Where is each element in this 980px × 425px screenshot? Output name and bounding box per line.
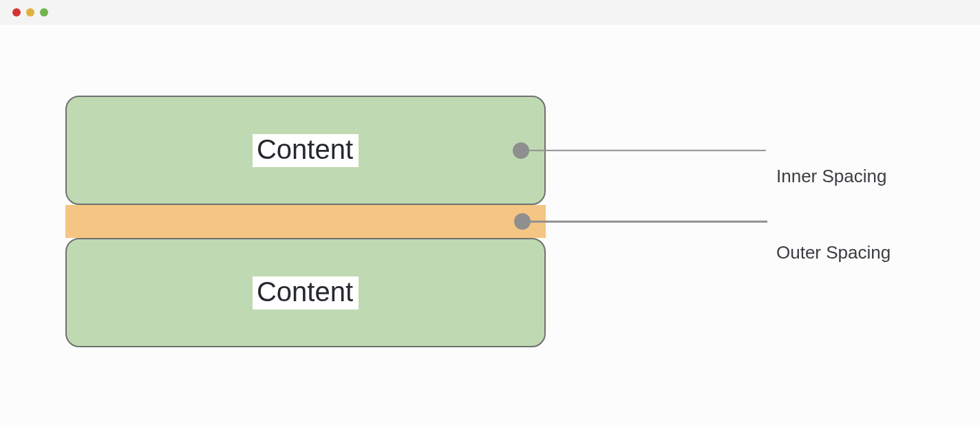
outer-spacing-bar: [65, 205, 546, 238]
content-box-top: Content: [65, 96, 546, 205]
callout-line-outer: [522, 221, 767, 223]
content-label-top: Content: [253, 134, 359, 167]
spacing-diagram: Content Content: [65, 96, 546, 347]
minimize-icon[interactable]: [26, 8, 34, 17]
callout-label-inner: Inner Spacing: [776, 166, 886, 187]
maximize-icon[interactable]: [40, 8, 48, 17]
window-titlebar: [0, 0, 980, 25]
content-area: Content Content Inner Spacing Outer Spac…: [0, 25, 980, 425]
callout-line-inner: [521, 149, 766, 151]
content-label-bottom: Content: [253, 276, 359, 309]
close-icon[interactable]: [12, 8, 21, 17]
content-box-bottom: Content: [65, 238, 546, 347]
callout-label-outer: Outer Spacing: [776, 242, 891, 263]
